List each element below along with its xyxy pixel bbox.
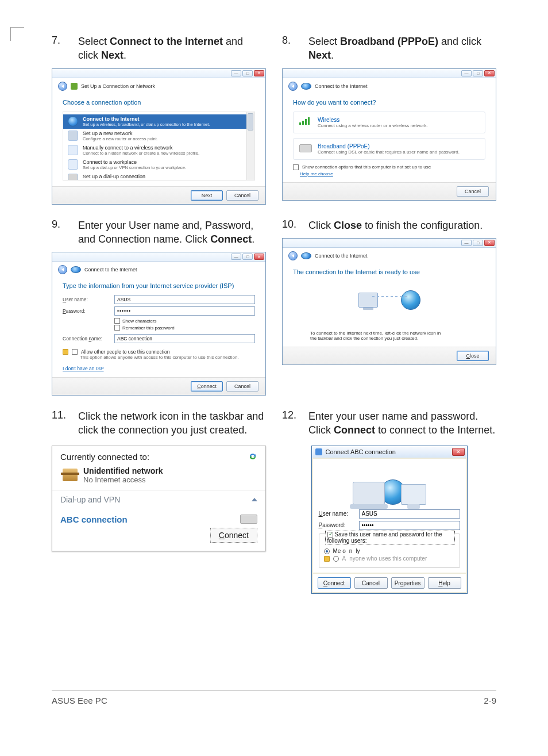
step-text: Select Connect to the Internet and click… [78,34,266,63]
step-number: 7. [52,34,78,63]
save-credentials-group: ✓ Save this user name and password for t… [319,534,460,568]
password-input[interactable] [114,306,255,316]
titlebar: — □ ✕ [52,252,265,262]
allow-others-checkbox[interactable] [72,349,78,355]
checkbox-label: Show characters [122,318,157,324]
username-label: User name: [63,297,114,302]
step-text: Click Close to finish the configuration. [308,218,483,232]
maximize-button[interactable]: □ [473,70,483,76]
close-button[interactable]: ✕ [484,70,495,76]
shield-icon [324,556,330,562]
maximize-button[interactable]: □ [242,254,253,260]
checkbox[interactable] [114,325,120,331]
show-options-checkbox-row[interactable]: Show connection options that this comput… [293,164,485,170]
next-button[interactable]: Next [191,190,223,201]
show-characters-row[interactable]: Show characters [114,318,255,324]
ready-note: To connect to the Internet next time, le… [310,331,468,341]
maximize-button[interactable]: □ [473,240,483,246]
connection-icon [315,448,322,455]
cancel-button[interactable]: Cancel [457,186,489,197]
username-input[interactable] [114,295,255,304]
option-connect-workplace[interactable]: Connect to a workplaceSet up a dial-up o… [63,158,254,172]
step-number: 9. [52,218,78,247]
scrollbar[interactable] [246,112,254,180]
radio[interactable] [324,548,330,554]
globe-icon [68,116,78,126]
radio-me-only[interactable]: Me only [324,548,455,554]
maximize-button[interactable]: □ [242,70,253,76]
back-button[interactable] [288,251,298,260]
save-checkbox[interactable]: ✓ [327,532,333,538]
password-input[interactable] [359,521,460,530]
close-button-action[interactable]: Close [457,351,489,361]
password-label: Password: [319,522,356,528]
titlebar: — □ ✕ [52,69,265,78]
close-button[interactable]: ✕ [484,240,495,246]
section-label: Dial-up and VPN [60,495,120,504]
option-manually-connect-wireless[interactable]: Manually connect to a wireless networkCo… [63,143,254,158]
crop-mark [10,27,24,41]
option-dial-up[interactable]: Set up a dial-up connectionConnect to th… [63,172,254,181]
back-button[interactable] [288,82,298,91]
dialup-vpn-section[interactable]: Dial-up and VPN [52,490,265,509]
option-wireless[interactable]: WirelessConnect using a wireless router … [293,112,485,133]
checkbox[interactable] [114,318,120,324]
section-heading: The connection to the Internet is ready … [293,268,485,275]
option-broadband-pppoe[interactable]: Broadband (PPPoE)Connect using DSL or ca… [293,138,485,160]
connect-button[interactable]: Connect [318,577,351,589]
properties-button[interactable]: Properties [391,577,424,589]
network-name: Unidentified network [83,466,163,475]
step-number: 11. [52,409,78,438]
current-network[interactable]: Unidentified network No Internet access [52,464,265,490]
back-button[interactable] [58,265,67,274]
cancel-button[interactable]: Cancel [354,577,388,589]
step-10: 10. Click Close to finish the configurat… [282,218,496,232]
minimize-button[interactable]: — [231,254,241,260]
page-footer: ASUS Eee PC 2-9 [52,690,496,705]
username-label: User name: [319,511,356,517]
globe-icon [301,252,311,259]
section-heading: How do you want to connect? [293,99,485,106]
close-button[interactable]: ✕ [452,448,465,456]
minimize-button[interactable]: — [231,70,241,76]
connect-button[interactable]: Connect [191,381,223,392]
globe-icon [71,266,81,273]
no-isp-link[interactable]: I don't have an ISP [63,366,104,371]
modem-icon [299,144,312,152]
radio-anyone: Anyone who uses this computer [324,555,455,562]
content: 7. Select Connect to the Internet and cl… [52,34,496,594]
minimize-button[interactable]: — [461,240,472,246]
username-input[interactable] [359,509,460,519]
cancel-button[interactable]: Cancel [226,190,258,201]
dialog-connect-to-internet: — □ ✕ Connect to the Internet How do you… [282,68,496,201]
option-connect-to-internet[interactable]: Connect to the InternetSet up a wireless… [63,114,254,129]
connection-name-input[interactable] [114,334,255,343]
connect-button[interactable]: Connect [210,528,257,543]
remember-password-row[interactable]: Remember this password [114,325,255,331]
connection-name: ABC connection [60,515,128,524]
group-legend[interactable]: ✓ Save this user name and password for t… [325,531,455,544]
dialog-connect-abc: Connect ABC connection ✕ User name: [311,446,468,594]
checkbox[interactable] [293,164,299,170]
titlebar: — □ ✕ [283,69,496,78]
footer-left: ASUS Eee PC [52,696,107,705]
help-button[interactable]: Help [428,577,461,589]
park-bench-icon [63,469,78,481]
connection-entry[interactable]: ABC connection [52,509,265,528]
titlebar: — □ ✕ [283,239,496,248]
close-button[interactable]: ✕ [254,254,264,260]
wizard-title: Set Up a Connection or Network [81,83,155,89]
cancel-button[interactable]: Cancel [226,381,258,392]
help-me-choose-link[interactable]: Help me choose [293,171,333,176]
checkbox-label: Show connection options that this comput… [302,164,431,170]
close-button[interactable]: ✕ [254,70,264,76]
wizard-title: Connect to the Internet [84,267,137,273]
refresh-icon[interactable] [248,452,257,461]
option-set-up-new-network[interactable]: Set up a new networkConfigure a new rout… [63,129,254,143]
minimize-button[interactable]: — [461,70,472,76]
back-button[interactable] [58,82,67,91]
modem-icon [240,515,257,524]
workplace-icon [68,159,78,170]
connection-name-label: Connection name: [63,336,114,341]
network-status: No Internet access [83,475,163,484]
